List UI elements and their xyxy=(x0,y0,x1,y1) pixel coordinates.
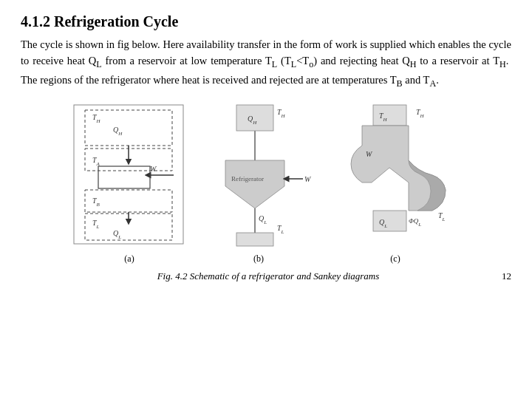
svg-text:W: W xyxy=(304,175,312,183)
fig-caption: Fig. 4.2 Schematic of a refrigerator and… xyxy=(43,270,494,282)
svg-text:TL: TL xyxy=(277,224,284,235)
figure-caption-row: Fig. 4.2 Schematic of a refrigerator and… xyxy=(21,270,511,282)
svg-text:TH: TH xyxy=(92,113,101,124)
svg-text:ΦQL: ΦQL xyxy=(409,217,421,228)
svg-rect-27 xyxy=(373,105,406,126)
diagram-c-label: (c) xyxy=(329,253,462,265)
svg-text:QH: QH xyxy=(113,126,123,137)
svg-rect-9 xyxy=(98,166,150,188)
svg-text:Refrigerator: Refrigerator xyxy=(231,175,264,183)
svg-text:W: W xyxy=(150,165,157,173)
svg-text:TB: TB xyxy=(92,197,100,208)
diagram-b-svg: QH TH W Refrigerator QL TL xyxy=(196,101,321,249)
svg-rect-33 xyxy=(373,211,406,231)
svg-text:TH: TH xyxy=(277,108,286,119)
svg-text:QL: QL xyxy=(259,214,267,225)
svg-text:QL: QL xyxy=(113,229,121,240)
body-paragraph: The cycle is shown in fig below. Here av… xyxy=(21,36,511,91)
svg-rect-26 xyxy=(236,233,273,246)
svg-text:TL: TL xyxy=(92,219,100,230)
svg-rect-0 xyxy=(74,105,183,244)
svg-rect-1 xyxy=(85,110,172,146)
section-title: 4.1.2 Refrigeration Cycle xyxy=(21,13,511,30)
svg-rect-16 xyxy=(236,105,273,131)
page-number: 12 xyxy=(494,270,511,282)
diagrams-container: TH QH TA W TB TL QL xyxy=(21,101,511,265)
diagram-c-svg: TH W ΦQL TL TH QL xyxy=(329,101,462,249)
svg-rect-10 xyxy=(85,190,172,212)
diagram-c: TH W ΦQL TL TH QL (c) xyxy=(329,101,462,265)
svg-text:TH: TH xyxy=(416,108,425,119)
svg-text:TL: TL xyxy=(438,211,446,222)
diagram-a-svg: TH QH TA W TB TL QL xyxy=(70,101,188,249)
diagram-a-label: (a) xyxy=(70,253,188,265)
diagram-b-label: (b) xyxy=(196,253,321,265)
diagram-b: QH TH W Refrigerator QL TL xyxy=(196,101,321,265)
svg-text:TA: TA xyxy=(92,156,100,167)
diagram-a: TH QH TA W TB TL QL xyxy=(70,101,188,265)
